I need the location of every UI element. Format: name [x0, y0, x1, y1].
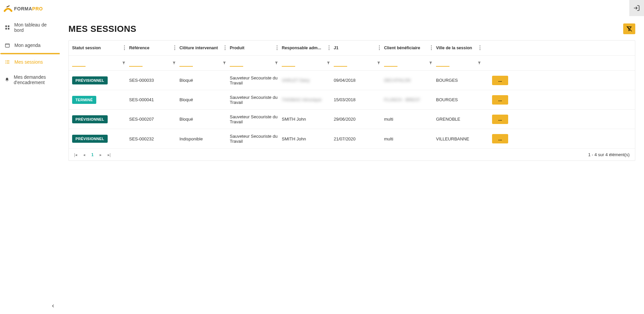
column-menu-icon[interactable]: ⋮: [377, 45, 382, 51]
chevron-left-icon: [51, 304, 55, 308]
column-header-reference[interactable]: Référence⋮: [129, 45, 179, 51]
column-header-j1[interactable]: J1⋮: [334, 45, 384, 51]
column-menu-icon[interactable]: ⋮: [429, 45, 434, 51]
sidebar-item-sessions[interactable]: Mes sessions: [0, 54, 60, 70]
svg-rect-0: [5, 25, 7, 27]
row-actions-button[interactable]: ...: [492, 134, 508, 143]
cell-reference: SES-000207: [129, 117, 179, 122]
sidebar-item-agenda[interactable]: Mon agenda: [0, 38, 60, 54]
cell-j1: 21/07/2020: [334, 136, 384, 141]
cell-client: multi: [384, 136, 436, 141]
calendar-icon: [4, 42, 10, 48]
pager: |◂ ◂ 1 ▸ ▸|: [74, 152, 111, 157]
filter-icon[interactable]: [326, 61, 330, 65]
column-menu-icon[interactable]: ⋮: [172, 45, 177, 51]
table-row: PRÉVISIONNELSES-000033BloquéSauveteur Se…: [69, 71, 635, 90]
logout-button[interactable]: [629, 0, 644, 16]
row-actions-button[interactable]: ...: [492, 95, 508, 105]
cell-responsable: SMITH John: [282, 117, 334, 122]
sidebar-item-dashboard[interactable]: Mon tableau de bord: [0, 17, 60, 38]
column-header-cloture[interactable]: Clôture intervenant⋮: [179, 45, 230, 51]
main-content: MES SESSIONS Statut session⋮ Référence⋮ …: [60, 0, 644, 314]
column-header-status[interactable]: Statut session⋮: [72, 45, 129, 51]
status-badge: PRÉVISIONNEL: [72, 76, 108, 84]
svg-rect-1: [8, 25, 9, 27]
cell-ville: BOURGES: [436, 97, 485, 102]
filter-input-status[interactable]: [72, 60, 86, 67]
filter-input-j1[interactable]: [334, 60, 347, 67]
topbar: FORMAPRO: [0, 0, 644, 16]
brand-logo: FORMAPRO: [3, 3, 43, 13]
column-header-produit[interactable]: Produit⋮: [230, 45, 282, 51]
svg-point-9: [5, 60, 6, 61]
cell-cloture: Indisponible: [179, 136, 230, 141]
cell-produit: Sauveteur Secouriste du Travail: [230, 134, 282, 144]
filter-input-ville[interactable]: [436, 60, 449, 67]
filter-icon[interactable]: [377, 61, 381, 65]
column-menu-icon[interactable]: ⋮: [274, 45, 280, 51]
filter-input-client[interactable]: [384, 60, 397, 67]
filter-icon[interactable]: [222, 61, 226, 65]
dashboard-icon: [4, 24, 10, 30]
pager-first[interactable]: |◂: [74, 152, 77, 157]
filter-icon[interactable]: [477, 61, 481, 65]
cell-j1: 09/04/2018: [334, 78, 384, 83]
sidebar-item-label: Mes sessions: [14, 59, 43, 65]
cell-produit: Sauveteur Secouriste du Travail: [230, 75, 282, 85]
cell-responsable: THOMAS Véronique: [282, 97, 334, 102]
pager-current-page[interactable]: 1: [91, 152, 94, 157]
cell-cloture: Bloqué: [179, 117, 230, 122]
grid-filter-row: [69, 55, 635, 71]
page-title: MES SESSIONS: [68, 24, 137, 34]
status-badge: TERMINÉ: [72, 96, 96, 104]
filter-icon[interactable]: [274, 61, 278, 65]
pager-last[interactable]: ▸|: [108, 152, 111, 157]
cell-j1: 29/06/2020: [334, 117, 384, 122]
svg-rect-4: [5, 44, 9, 47]
filter-icon[interactable]: [172, 61, 176, 65]
column-menu-icon[interactable]: ⋮: [477, 45, 483, 51]
pager-prev[interactable]: ◂: [83, 152, 85, 157]
column-menu-icon[interactable]: ⋮: [326, 45, 332, 51]
table-row: TERMINÉSES-000041BloquéSauveteur Secouri…: [69, 90, 635, 110]
cell-ville: BOURGES: [436, 78, 485, 83]
sidebar-item-demandes[interactable]: Mes demandes d'encadrement: [0, 70, 60, 90]
filter-input-reference[interactable]: [129, 60, 143, 67]
sidebar-collapse-button[interactable]: [49, 302, 57, 310]
cell-cloture: Bloqué: [179, 78, 230, 83]
column-menu-icon[interactable]: ⋮: [122, 45, 127, 51]
logout-icon: [633, 5, 640, 11]
cell-responsable: VARLET Dany: [282, 78, 334, 83]
column-menu-icon[interactable]: ⋮: [222, 45, 228, 51]
cell-produit: Sauveteur Secouriste du Travail: [230, 95, 282, 105]
column-header-ville[interactable]: Ville de la session⋮: [436, 45, 485, 51]
pager-next[interactable]: ▸: [100, 152, 102, 157]
filter-input-responsable[interactable]: [282, 60, 295, 67]
clear-filters-button[interactable]: [623, 23, 635, 34]
svg-point-11: [5, 63, 6, 64]
cell-responsable: SMITH John: [282, 136, 334, 141]
grid-footer: |◂ ◂ 1 ▸ ▸| 1 - 4 sur 4 élément(s): [69, 148, 635, 161]
pager-range-text: 1 - 4 sur 4 élément(s): [588, 152, 630, 157]
sidebar: Mon tableau de bord Mon agenda Mes sessi…: [0, 0, 60, 314]
column-header-client[interactable]: Client bénéficiaire⋮: [384, 45, 436, 51]
list-icon: [4, 59, 10, 65]
filter-input-produit[interactable]: [230, 60, 243, 67]
cell-cloture: Bloqué: [179, 97, 230, 102]
grid-body: PRÉVISIONNELSES-000033BloquéSauveteur Se…: [69, 71, 635, 148]
cell-client: FLUNCH - BREST: [384, 97, 436, 102]
filter-icon[interactable]: [122, 61, 126, 65]
cell-ville: VILLEURBANNE: [436, 136, 485, 141]
filter-input-cloture[interactable]: [179, 60, 193, 67]
brand-text: FORMAPRO: [14, 6, 43, 11]
cell-reference: SES-000232: [129, 136, 179, 141]
status-badge: PRÉVISIONNEL: [72, 115, 108, 123]
cell-j1: 15/03/2018: [334, 97, 384, 102]
filter-icon[interactable]: [429, 61, 433, 65]
row-actions-button[interactable]: ...: [492, 76, 508, 85]
sidebar-item-label: Mon agenda: [14, 43, 41, 48]
cell-client: multi: [384, 117, 436, 122]
column-header-responsable[interactable]: Responsable adm...⋮: [282, 45, 334, 51]
row-actions-button[interactable]: ...: [492, 115, 508, 124]
grid-header: Statut session⋮ Référence⋮ Clôture inter…: [69, 41, 635, 55]
